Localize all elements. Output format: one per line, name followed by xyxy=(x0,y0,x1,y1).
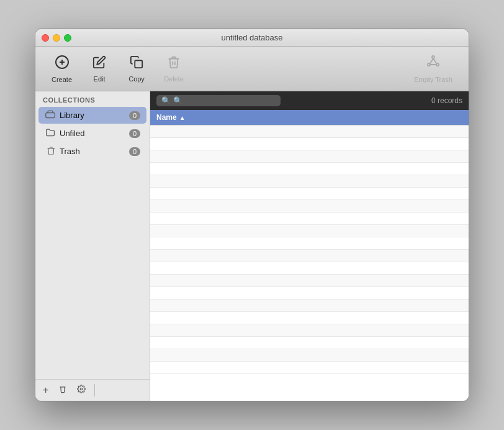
sort-icon: ▲ xyxy=(179,114,186,121)
column-name-label: Name xyxy=(156,113,177,122)
sidebar-item-library[interactable]: Library 0 xyxy=(38,107,146,124)
table-row[interactable] xyxy=(150,324,469,337)
create-button[interactable]: Create xyxy=(43,50,81,88)
delete-button[interactable]: Delete xyxy=(155,50,192,88)
table-row[interactable] xyxy=(150,362,469,374)
svg-line-8 xyxy=(433,58,436,63)
library-label: Library xyxy=(60,111,125,120)
svg-point-4 xyxy=(432,56,434,58)
settings-button[interactable] xyxy=(74,383,88,397)
svg-rect-3 xyxy=(135,60,142,68)
trash-label: Trash xyxy=(60,147,125,156)
table-row[interactable] xyxy=(150,163,469,175)
table-row[interactable] xyxy=(150,213,469,225)
library-icon xyxy=(45,110,56,121)
window-title: untitled database xyxy=(221,33,282,42)
table-row[interactable] xyxy=(150,126,469,138)
table-row[interactable] xyxy=(150,237,469,250)
svg-point-5 xyxy=(428,63,430,66)
table-row[interactable] xyxy=(150,138,469,150)
search-icon: 🔍 xyxy=(161,96,171,105)
app-window: untitled database Create Edit xyxy=(35,29,469,401)
main-content: COLLECTIONS Library 0 Unfiled xyxy=(35,91,469,401)
search-bar: 🔍 0 records xyxy=(150,91,469,110)
trash-count: 0 xyxy=(129,147,140,156)
library-count: 0 xyxy=(129,111,140,120)
table-body xyxy=(150,126,469,401)
sidebar-item-unfiled[interactable]: Unfiled 0 xyxy=(38,125,146,142)
delete-label: Delete xyxy=(164,75,184,83)
svg-rect-10 xyxy=(46,113,55,118)
table-row[interactable] xyxy=(150,150,469,163)
table-row[interactable] xyxy=(150,312,469,324)
table-area: 🔍 0 records Name ▲ xyxy=(150,91,469,401)
table-row[interactable] xyxy=(150,200,469,213)
table-row[interactable] xyxy=(150,300,469,312)
create-label: Create xyxy=(52,76,72,83)
copy-icon xyxy=(130,55,143,73)
remove-collection-button[interactable] xyxy=(56,383,70,397)
add-collection-button[interactable]: + xyxy=(40,383,51,397)
delete-icon xyxy=(167,55,181,73)
empty-trash-icon xyxy=(426,55,441,73)
toolbar: Create Edit Copy xyxy=(35,47,469,91)
minimize-button[interactable] xyxy=(53,34,60,42)
sidebar: COLLECTIONS Library 0 Unfiled xyxy=(35,91,150,401)
svg-point-11 xyxy=(81,388,83,390)
collections-header: COLLECTIONS xyxy=(35,91,150,106)
sidebar-footer: + xyxy=(35,379,150,401)
unfiled-count: 0 xyxy=(129,129,140,138)
copy-button[interactable]: Copy xyxy=(118,50,155,88)
table-row[interactable] xyxy=(150,337,469,349)
titlebar: untitled database xyxy=(35,29,469,47)
table-row[interactable] xyxy=(150,262,469,275)
table-row[interactable] xyxy=(150,275,469,287)
empty-trash-button[interactable]: Empty Trash xyxy=(405,50,461,88)
svg-point-6 xyxy=(436,63,439,66)
table-row[interactable] xyxy=(150,287,469,300)
svg-line-7 xyxy=(430,58,433,63)
maximize-button[interactable] xyxy=(64,34,71,42)
table-row[interactable] xyxy=(150,188,469,200)
trash-icon xyxy=(45,146,56,157)
table-row[interactable] xyxy=(150,175,469,188)
edit-icon xyxy=(92,55,106,73)
records-count: 0 records xyxy=(431,96,462,105)
unfiled-icon xyxy=(45,128,56,139)
column-name[interactable]: Name ▲ xyxy=(150,110,469,125)
table-row[interactable] xyxy=(150,225,469,237)
edit-button[interactable]: Edit xyxy=(81,50,118,88)
search-input-wrap[interactable]: 🔍 xyxy=(156,95,281,106)
copy-label: Copy xyxy=(128,75,145,83)
footer-divider xyxy=(94,384,95,396)
table-row[interactable] xyxy=(150,349,469,362)
empty-trash-label: Empty Trash xyxy=(414,76,452,83)
edit-label: Edit xyxy=(94,75,106,83)
sidebar-item-trash[interactable]: Trash 0 xyxy=(38,143,146,160)
unfiled-label: Unfiled xyxy=(60,129,125,138)
close-button[interactable] xyxy=(42,34,49,42)
create-icon xyxy=(55,55,70,73)
search-input[interactable] xyxy=(173,96,276,105)
traffic-lights xyxy=(42,34,71,42)
table-row[interactable] xyxy=(150,250,469,262)
table-header: Name ▲ xyxy=(150,110,469,126)
